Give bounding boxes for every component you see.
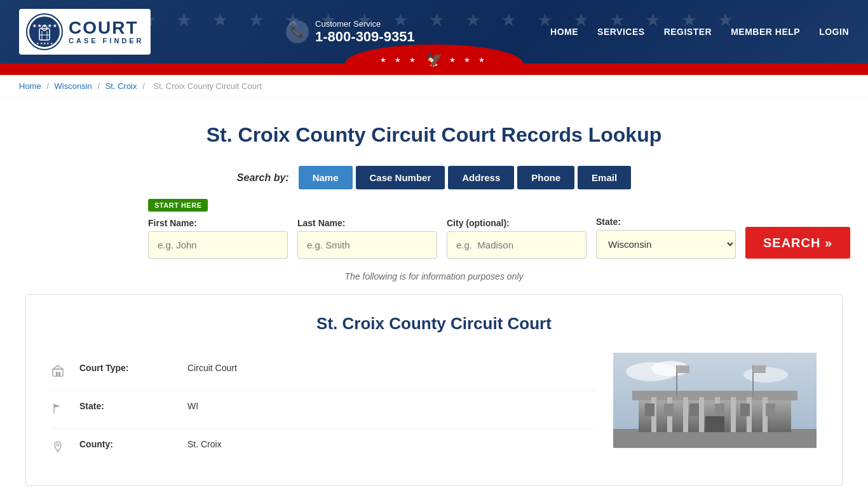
page-title: St. Croix County Circuit Court Records L… bbox=[25, 123, 843, 147]
logo-box: ★ ★ ★ ★ ★ ★ ★ ★ ★ ★ COURT CASE FINDER bbox=[19, 9, 151, 55]
svg-rect-25 bbox=[699, 397, 704, 432]
search-form: First Name: Last Name: City (optional): … bbox=[148, 217, 720, 259]
breadcrumb-state[interactable]: Wisconsin bbox=[55, 81, 92, 91]
svg-rect-30 bbox=[645, 403, 654, 416]
county-value: St. Croix bbox=[187, 439, 222, 449]
svg-rect-35 bbox=[766, 403, 775, 416]
state-flag-icon bbox=[51, 402, 67, 418]
city-group: City (optional): bbox=[447, 218, 587, 259]
tab-case-number[interactable]: Case Number bbox=[356, 166, 445, 189]
svg-rect-40 bbox=[753, 365, 766, 373]
main-nav: HOME SERVICES REGISTER MEMBER HELP LOGIN bbox=[550, 27, 849, 37]
breadcrumb-current: St. Croix County Circuit Court bbox=[153, 81, 262, 91]
logo-court-label: COURT bbox=[69, 19, 139, 37]
customer-service: 📞 Customer Service 1-800-309-9351 bbox=[286, 19, 415, 45]
court-type-value: Circuit Court bbox=[187, 363, 237, 373]
court-detail-type: Court Type: Circuit Court bbox=[51, 353, 594, 391]
court-image bbox=[613, 353, 817, 448]
building-icon bbox=[51, 364, 67, 380]
state-label-detail: State: bbox=[79, 401, 175, 411]
court-detail-county: County: St. Croix bbox=[51, 429, 594, 466]
map-pin-icon bbox=[51, 440, 67, 456]
banner-stars-left: ★ ★ ★ bbox=[380, 56, 419, 64]
court-details-table: Court Type: Circuit Court State: WI bbox=[51, 353, 594, 466]
logo-area: ★ ★ ★ ★ ★ ★ ★ ★ ★ ★ COURT CASE FINDER bbox=[19, 9, 151, 55]
search-by-label: Search by: bbox=[237, 172, 289, 184]
svg-text:★ ★ ★ ★ ★: ★ ★ ★ ★ ★ bbox=[36, 41, 53, 45]
city-input[interactable] bbox=[447, 231, 587, 259]
last-name-input[interactable] bbox=[297, 231, 437, 259]
svg-rect-10 bbox=[56, 372, 58, 376]
customer-service-label: Customer Service bbox=[315, 19, 415, 29]
last-name-group: Last Name: bbox=[297, 218, 437, 259]
first-name-group: First Name: bbox=[148, 218, 288, 259]
info-note: The following is for information purpose… bbox=[148, 271, 720, 281]
svg-rect-11 bbox=[58, 372, 60, 376]
tab-phone[interactable]: Phone bbox=[517, 166, 574, 189]
breadcrumb-sep-3: / bbox=[142, 81, 147, 91]
last-name-label: Last Name: bbox=[297, 218, 437, 228]
nav-member-help[interactable]: MEMBER HELP bbox=[731, 27, 800, 37]
search-button-label: SEARCH » bbox=[763, 236, 832, 250]
court-details-area: Court Type: Circuit Court State: WI bbox=[51, 353, 817, 466]
tab-email[interactable]: Email bbox=[578, 166, 631, 189]
start-here-badge: START HERE bbox=[148, 199, 208, 212]
svg-rect-34 bbox=[740, 403, 750, 416]
phone-icon: 📞 bbox=[286, 20, 309, 43]
breadcrumb-home[interactable]: Home bbox=[19, 81, 41, 91]
nav-login[interactable]: LOGIN bbox=[819, 27, 849, 37]
breadcrumb-sep-2: / bbox=[97, 81, 102, 91]
first-name-input[interactable] bbox=[148, 231, 288, 259]
svg-rect-33 bbox=[715, 403, 724, 416]
breadcrumb-county[interactable]: St. Croix bbox=[105, 81, 137, 91]
svg-point-14 bbox=[57, 444, 59, 446]
nav-home[interactable]: HOME bbox=[550, 27, 578, 37]
tab-address[interactable]: Address bbox=[448, 166, 514, 189]
court-detail-state: State: WI bbox=[51, 391, 594, 429]
nav-services[interactable]: SERVICES bbox=[597, 27, 645, 37]
logo-emblem-icon: ★ ★ ★ ★ ★ ★ ★ ★ ★ ★ bbox=[25, 13, 64, 51]
svg-rect-38 bbox=[677, 365, 689, 373]
court-image-placeholder bbox=[613, 353, 817, 448]
city-label: City (optional): bbox=[447, 218, 587, 228]
court-type-label: Court Type: bbox=[79, 363, 175, 373]
logo-case-finder-label: CASE FINDER bbox=[69, 37, 144, 44]
first-name-label: First Name: bbox=[148, 218, 288, 228]
banner-stars-right: ★ ★ ★ bbox=[449, 56, 488, 64]
customer-service-phone: 1-800-309-9351 bbox=[315, 29, 415, 45]
logo-text: COURT CASE FINDER bbox=[69, 19, 144, 44]
svg-rect-36 bbox=[705, 416, 724, 432]
county-label: County: bbox=[79, 439, 175, 449]
main-content: St. Croix County Circuit Court Records L… bbox=[0, 98, 868, 488]
svg-rect-24 bbox=[683, 397, 688, 432]
court-info-title: St. Croix County Circuit Court bbox=[51, 314, 817, 334]
eagle-icon: 🦅 bbox=[426, 51, 443, 68]
state-group: State: Wisconsin Alabama Alaska Arizona … bbox=[596, 217, 736, 259]
search-by-row: Search by: Name Case Number Address Phon… bbox=[148, 166, 720, 189]
state-label: State: bbox=[596, 217, 736, 227]
court-info-box: St. Croix County Circuit Court Court Typ… bbox=[25, 294, 843, 486]
search-button[interactable]: SEARCH » bbox=[745, 227, 850, 259]
search-area: Search by: Name Case Number Address Phon… bbox=[148, 166, 720, 281]
tab-name[interactable]: Name bbox=[299, 166, 353, 189]
nav-register[interactable]: REGISTER bbox=[664, 27, 712, 37]
state-value: WI bbox=[187, 401, 198, 411]
breadcrumb: Home / Wisconsin / St. Croix / St. Croix… bbox=[0, 75, 868, 98]
breadcrumb-sep-1: / bbox=[46, 81, 51, 91]
banner-wave: ★ ★ ★ 🦅 ★ ★ ★ bbox=[0, 64, 868, 75]
state-select[interactable]: Wisconsin Alabama Alaska Arizona Arkansa… bbox=[596, 230, 736, 259]
svg-rect-31 bbox=[664, 403, 674, 416]
svg-rect-32 bbox=[689, 403, 699, 416]
svg-rect-27 bbox=[731, 397, 736, 432]
